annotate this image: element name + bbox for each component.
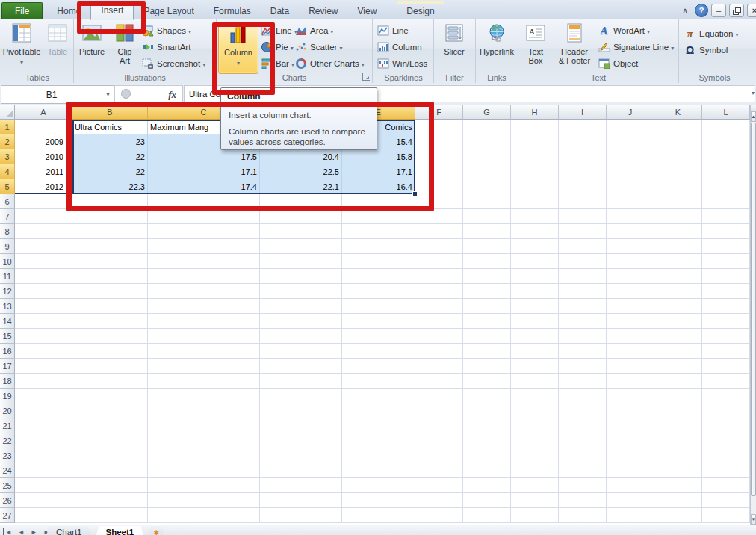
cell-J5[interactable] [607,179,654,194]
cell-C24[interactable] [148,463,260,478]
sheet-tab-chart1[interactable]: Chart1 [45,526,93,535]
insert-worksheet-tab[interactable]: ✱ [146,526,166,535]
cell-F6[interactable] [415,194,463,209]
cell-E8[interactable] [342,224,415,239]
cell-C3[interactable]: 17.5 [148,149,260,164]
cell-G10[interactable] [463,254,511,269]
cell-F27[interactable] [415,508,463,523]
cell-G18[interactable] [463,374,511,389]
select-all-corner[interactable] [0,105,15,120]
cell-G22[interactable] [463,433,511,448]
cell-A21[interactable] [15,418,72,433]
cell-F11[interactable] [415,269,463,284]
cell-K8[interactable] [654,224,702,239]
cell-H26[interactable] [511,493,559,508]
cell-K9[interactable] [654,239,702,254]
cell-J2[interactable] [607,134,654,149]
cell-L23[interactable] [702,448,750,463]
cell-D26[interactable] [260,493,342,508]
cell-E20[interactable] [342,403,415,418]
tab-insert[interactable]: Insert [90,1,134,20]
cell-I17[interactable] [559,359,607,374]
cell-F7[interactable] [415,209,463,224]
column-header-K[interactable]: K [654,105,702,120]
cell-I24[interactable] [559,463,607,478]
row-header-26[interactable]: 26 [0,493,15,508]
cell-D21[interactable] [260,418,342,433]
pivottable-button[interactable]: PivotTable [3,22,40,67]
cell-I4[interactable] [559,164,607,179]
cell-B15[interactable] [72,329,148,344]
cell-K21[interactable] [654,418,702,433]
cell-G24[interactable] [463,463,511,478]
cell-L26[interactable] [702,493,750,508]
cell-F18[interactable] [415,374,463,389]
cell-I26[interactable] [559,493,607,508]
vertical-scrollbar[interactable]: ▲ ▼ [750,105,756,525]
cell-E22[interactable] [342,433,415,448]
cell-H9[interactable] [511,239,559,254]
scroll-up-icon[interactable]: ▲ [751,111,756,122]
cell-H20[interactable] [511,403,559,418]
cell-G7[interactable] [463,209,511,224]
cell-E10[interactable] [342,254,415,269]
row-header-10[interactable]: 10 [0,254,15,269]
charts-dialog-launcher-icon[interactable] [362,73,370,81]
cell-F13[interactable] [415,299,463,314]
cell-L14[interactable] [702,314,750,329]
cell-G27[interactable] [463,508,511,523]
cell-K24[interactable] [654,463,702,478]
insert-function-circle-icon[interactable] [121,89,131,99]
cell-B22[interactable] [72,433,148,448]
cell-B13[interactable] [72,299,148,314]
fx-icon[interactable] [168,87,176,101]
cell-C16[interactable] [148,344,260,359]
cell-J7[interactable] [607,209,654,224]
cell-J18[interactable] [607,374,654,389]
cell-L18[interactable] [702,374,750,389]
cell-J8[interactable] [607,224,654,239]
cell-G9[interactable] [463,239,511,254]
row-header-21[interactable]: 21 [0,418,15,433]
cell-B10[interactable] [72,254,148,269]
cell-C27[interactable] [148,508,260,523]
cell-C25[interactable] [148,478,260,493]
cell-A5[interactable]: 2012 [15,179,72,194]
cell-I2[interactable] [559,134,607,149]
cell-G17[interactable] [463,359,511,374]
cell-G2[interactable] [463,134,511,149]
cell-H21[interactable] [511,418,559,433]
cell-F17[interactable] [415,359,463,374]
cell-B14[interactable] [72,314,148,329]
row-header-3[interactable]: 3 [0,149,15,164]
cell-L16[interactable] [702,344,750,359]
cell-A11[interactable] [15,269,72,284]
cell-G16[interactable] [463,344,511,359]
cell-A24[interactable] [15,463,72,478]
bar-chart-button[interactable]: Bar [260,55,297,72]
column-header-L[interactable]: L [702,105,750,120]
cell-K4[interactable] [654,164,702,179]
cell-H10[interactable] [511,254,559,269]
cell-K5[interactable] [654,179,702,194]
cell-B9[interactable] [72,239,148,254]
cell-F4[interactable] [415,164,463,179]
cell-L21[interactable] [702,418,750,433]
cell-K11[interactable] [654,269,702,284]
cell-J3[interactable] [607,149,654,164]
sparkline-winloss-button[interactable]: Win/Loss [377,55,427,72]
cell-E19[interactable] [342,389,415,403]
cell-F19[interactable] [415,389,463,403]
row-header-5[interactable]: 5 [0,179,15,194]
clipart-button[interactable]: Clip Art [111,22,138,65]
cell-B2[interactable]: 23 [72,134,148,149]
cell-G11[interactable] [463,269,511,284]
cell-J19[interactable] [607,389,654,403]
cell-J27[interactable] [607,508,654,523]
sparkline-line-button[interactable]: Line [377,22,427,39]
cell-A19[interactable] [15,389,72,403]
cell-A6[interactable] [15,194,72,209]
scatter-chart-button[interactable]: Scatter [294,39,365,55]
row-header-4[interactable]: 4 [0,164,15,179]
cell-L9[interactable] [702,239,750,254]
